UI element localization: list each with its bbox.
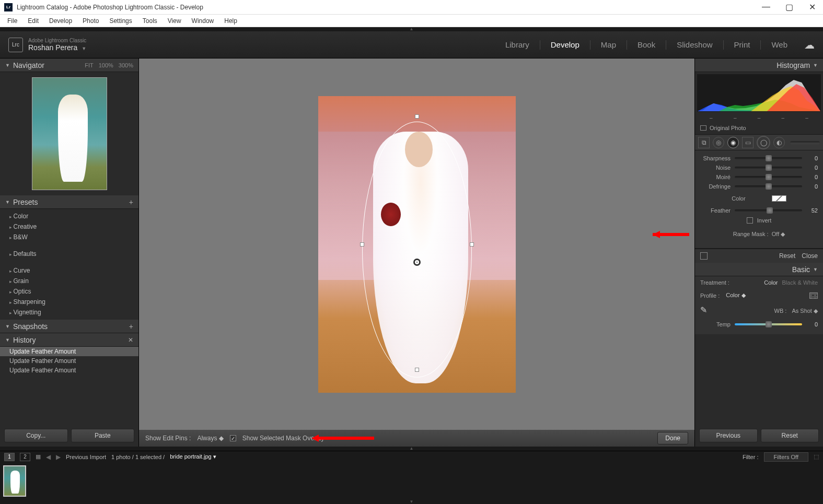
menu-photo[interactable]: Photo — [78, 16, 103, 26]
menu-edit[interactable]: Edit — [24, 16, 43, 26]
snapshots-header[interactable]: ▼Snapshots+ — [0, 320, 138, 333]
radial-handle-left[interactable] — [360, 242, 364, 247]
preset-group-bw[interactable]: B&W — [0, 232, 138, 242]
copy-button[interactable]: Copy... — [4, 429, 68, 442]
photo-preview[interactable] — [318, 96, 516, 393]
close-button[interactable]: ✕ — [805, 2, 819, 12]
menu-settings[interactable]: Settings — [105, 16, 136, 26]
radial-handle-right[interactable] — [470, 242, 474, 247]
reset-button[interactable]: Reset — [761, 429, 819, 442]
gradient-tool-icon[interactable]: ▭ — [742, 137, 754, 148]
filter-dropdown[interactable]: Filters Off — [764, 452, 808, 462]
module-slideshow[interactable]: Slideshow — [666, 40, 723, 50]
eyedropper-icon[interactable]: ✎ — [700, 305, 712, 317]
preset-group-sharpening[interactable]: Sharpening — [0, 297, 138, 307]
navigator-preview[interactable] — [0, 72, 138, 195]
nav-300[interactable]: 300% — [119, 62, 133, 68]
module-map[interactable]: Map — [590, 40, 627, 50]
radial-handle-top[interactable] — [415, 114, 419, 119]
temp-slider[interactable]: Temp0 — [700, 320, 818, 329]
feather-slider[interactable]: Feather52 — [700, 206, 818, 215]
filmstrip-thumbnail[interactable] — [3, 465, 26, 497]
preset-group-defaults[interactable]: Defaults — [0, 249, 138, 259]
histogram-display[interactable] — [697, 74, 821, 112]
profile-dropdown[interactable]: Color ◆ — [726, 292, 745, 299]
profile-browser-icon[interactable] — [809, 292, 818, 299]
history-item[interactable]: Update Feather Amount — [0, 356, 138, 366]
menu-help[interactable]: Help — [220, 16, 241, 26]
navigator-header[interactable]: ▼Navigator FIT 100% 300% — [0, 58, 138, 72]
preset-group-creative[interactable]: Creative — [0, 221, 138, 232]
basic-header[interactable]: Basic▼ — [695, 263, 823, 276]
presets-header[interactable]: ▼Presets+ — [0, 195, 138, 209]
screen-1-button[interactable]: 1 — [4, 453, 15, 461]
minimize-button[interactable]: — — [759, 2, 773, 12]
color-swatch[interactable] — [772, 195, 786, 202]
screen-2-button[interactable]: 2 — [20, 453, 30, 461]
nav-forward-icon[interactable]: ▶ — [56, 453, 61, 461]
history-item[interactable]: Update Feather Amount — [0, 347, 138, 356]
nav-100[interactable]: 100% — [99, 62, 113, 68]
noise-slider[interactable]: Noise0 — [700, 163, 818, 172]
top-grip[interactable]: ▲ — [0, 27, 823, 31]
preset-group-grain[interactable]: Grain — [0, 276, 138, 286]
done-button[interactable]: Done — [657, 432, 688, 444]
menu-file[interactable]: File — [3, 16, 21, 26]
redeye-tool-icon[interactable]: ◉ — [727, 137, 739, 148]
toggle-panel-icon[interactable] — [700, 252, 708, 260]
paste-button[interactable]: Paste — [71, 429, 135, 442]
preset-group-optics[interactable]: Optics — [0, 286, 138, 297]
filename[interactable]: bride portrait.jpg ▾ — [170, 453, 216, 460]
preset-group-vignetting[interactable]: Vignetting — [0, 307, 138, 318]
clear-history-icon[interactable]: ✕ — [128, 336, 133, 344]
defringe-slider[interactable]: Defringe0 — [700, 182, 818, 191]
source-label[interactable]: Previous Import — [66, 454, 106, 460]
show-pins-dropdown[interactable]: Always ◆ — [197, 435, 223, 442]
previous-button[interactable]: Previous — [699, 429, 758, 442]
histogram-header[interactable]: Histogram▼ — [695, 58, 823, 72]
mask-overlay-checkbox[interactable]: ✓ — [230, 435, 236, 441]
module-library[interactable]: Library — [495, 40, 540, 50]
radial-handle-bottom[interactable] — [415, 368, 419, 372]
module-web[interactable]: Web — [761, 40, 798, 50]
range-mask-dropdown[interactable]: Range Mask : Off ◆ — [700, 226, 818, 243]
nav-fit[interactable]: FIT — [85, 62, 94, 68]
spot-tool-icon[interactable]: ◎ — [713, 137, 724, 148]
moire-slider[interactable]: Moiré0 — [700, 172, 818, 182]
bottom-grip[interactable]: ▼ — [0, 500, 823, 504]
filter-lock-icon[interactable]: ⬚ — [814, 453, 819, 460]
module-print[interactable]: Print — [724, 40, 761, 50]
preset-group-color[interactable]: Color — [0, 211, 138, 221]
menu-develop[interactable]: Develop — [45, 16, 76, 26]
treatment-bw[interactable]: Black & White — [782, 279, 818, 286]
nav-back-icon[interactable]: ◀ — [46, 453, 51, 461]
preset-group-curve[interactable]: Curve — [0, 265, 138, 276]
menu-window[interactable]: Window — [188, 16, 218, 26]
crop-tool-icon[interactable]: ⧉ — [698, 137, 710, 148]
grid-view-icon[interactable]: ▦ — [36, 453, 41, 460]
panel-divider[interactable]: ▲ — [0, 447, 823, 451]
radial-tool-icon[interactable]: ◯ — [757, 136, 770, 149]
edit-pin[interactable] — [413, 259, 421, 266]
treatment-color[interactable]: Color — [764, 279, 778, 286]
wb-dropdown[interactable]: As Shot ◆ — [792, 308, 818, 314]
original-photo-toggle[interactable]: Original Photo — [695, 122, 823, 135]
module-book[interactable]: Book — [627, 40, 666, 50]
invert-label[interactable]: Invert — [757, 217, 772, 224]
tool-slider[interactable] — [790, 141, 820, 144]
history-header[interactable]: ▼History✕ — [0, 333, 138, 347]
add-snapshot-icon[interactable]: + — [129, 322, 133, 331]
add-preset-icon[interactable]: + — [129, 198, 133, 206]
menu-view[interactable]: View — [164, 16, 186, 26]
close-link[interactable]: Close — [802, 252, 818, 260]
maximize-button[interactable]: ▢ — [782, 2, 796, 12]
sharpness-slider[interactable]: Sharpness0 — [700, 154, 818, 163]
user-name[interactable]: Roshan Perera▼ — [28, 43, 86, 52]
reset-link[interactable]: Reset — [779, 252, 795, 260]
module-develop[interactable]: Develop — [540, 40, 590, 50]
filmstrip[interactable] — [0, 462, 823, 500]
history-item[interactable]: Update Feather Amount — [0, 366, 138, 375]
menu-tools[interactable]: Tools — [138, 16, 161, 26]
cloud-sync-icon[interactable]: ☁ — [804, 39, 815, 51]
invert-checkbox[interactable] — [747, 217, 753, 224]
